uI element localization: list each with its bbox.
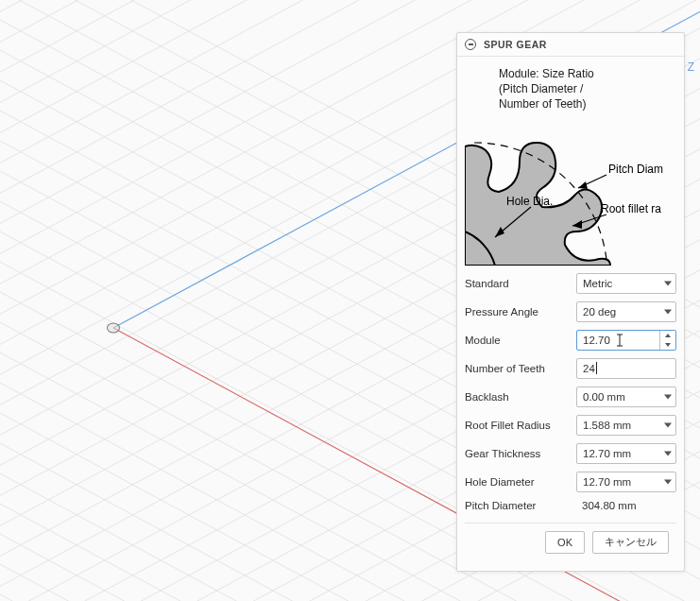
backlash-label: Backlash [465, 391, 569, 403]
chevron-down-icon [664, 281, 672, 285]
axis-z-label: Z [688, 60, 694, 74]
standard-select[interactable]: Metric [576, 273, 676, 294]
svg-marker-61 [578, 181, 588, 189]
module-spec-text: Module: Size Ratio (Pitch Diameter / Num… [499, 66, 676, 112]
pressure-angle-select[interactable]: 20 deg [576, 301, 676, 322]
hole-dia-callout: Hole Dia. [506, 195, 553, 208]
chevron-down-icon [664, 394, 672, 399]
pitch-diameter-label: Pitch Diameter [465, 500, 569, 511]
gear-thickness-label: Gear Thickness [465, 448, 569, 459]
num-teeth-label: Number of Teeth [465, 363, 569, 374]
gear-diagram: Pitch Diam Hole Dia. Root fillet ra [465, 118, 676, 266]
text-cursor-icon [615, 334, 624, 347]
gear-thickness-input[interactable]: 12.70 mm [576, 443, 676, 464]
caret-icon [596, 362, 597, 374]
spin-buttons[interactable] [659, 331, 675, 350]
pressure-angle-label: Pressure Angle [465, 306, 569, 318]
module-label: Module [465, 335, 569, 346]
panel-titlebar[interactable]: SPUR GEAR [457, 33, 684, 57]
pitch-diam-callout: Pitch Diam [608, 163, 663, 176]
chevron-down-icon [664, 309, 672, 314]
backlash-input[interactable]: 0.00 mm [576, 386, 676, 407]
spur-gear-panel: SPUR GEAR Module: Size Ratio (Pitch Diam… [456, 32, 685, 572]
root-fillet-label: Root Fillet Radius [465, 420, 569, 431]
panel-title: SPUR GEAR [484, 39, 547, 50]
root-fillet-input[interactable]: 1.588 mm [576, 415, 676, 436]
chevron-up-icon [665, 334, 671, 337]
chevron-down-icon [664, 451, 672, 455]
cancel-button[interactable]: キャンセル [592, 531, 669, 554]
hole-diameter-input[interactable]: 12.70 mm [576, 472, 676, 492]
standard-label: Standard [465, 278, 569, 289]
pitch-diameter-readout: 304.80 mm [576, 500, 676, 511]
module-input[interactable]: 12.70 [576, 330, 676, 351]
root-fillet-callout: Root fillet ra [601, 202, 661, 215]
hole-diameter-label: Hole Diameter [465, 476, 569, 488]
chevron-down-icon [665, 343, 671, 347]
collapse-icon[interactable] [465, 39, 476, 50]
origin-marker [107, 323, 120, 334]
chevron-down-icon [664, 422, 672, 427]
chevron-down-icon [664, 479, 672, 484]
num-teeth-input[interactable]: 24 [576, 358, 676, 379]
ok-button[interactable]: OK [545, 531, 585, 554]
